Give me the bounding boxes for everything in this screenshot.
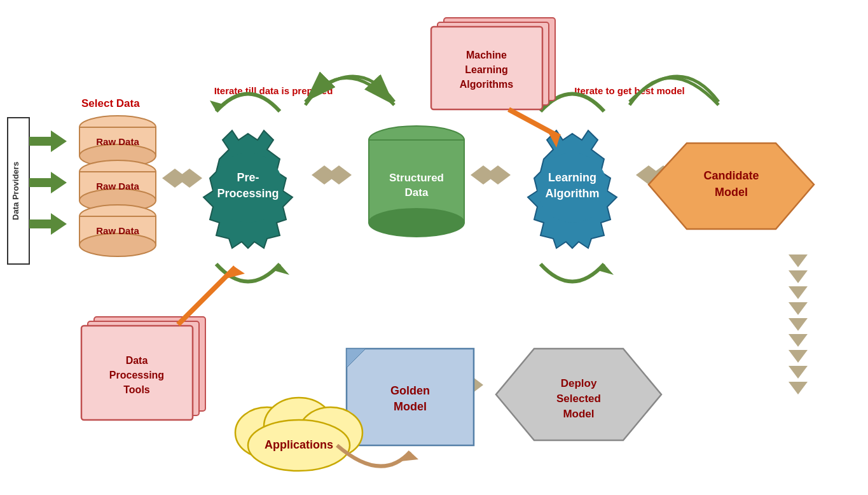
svg-text:Learning: Learning [548, 171, 596, 184]
down-chevron-9 [789, 382, 808, 394]
svg-text:Processing: Processing [217, 187, 279, 200]
structured-data-bottom [369, 209, 464, 237]
tools-label-1: Data [126, 355, 148, 366]
iterate-data-arrow-back [305, 76, 394, 102]
down-chevron-6 [789, 334, 808, 347]
raw-data-label-1: Raw Data [96, 136, 139, 147]
golden-model-label-2: Model [394, 400, 427, 413]
chevron-3b [485, 165, 511, 185]
orange-arrow-ml [509, 109, 560, 137]
select-data-label: Select Data [81, 97, 140, 109]
tools-label-2: Processing [109, 370, 164, 380]
data-providers-label: Data Providers [11, 162, 20, 220]
main-svg: Data Providers Raw Data Raw Data Raw Dat… [0, 0, 868, 495]
learn-bottom-arrow [541, 264, 604, 282]
golden-model-label-1: Golden [390, 384, 430, 397]
applications-label: Applications [265, 438, 333, 451]
deploy-label-2: Selected [556, 393, 601, 405]
structured-data-label-1: Structured [389, 172, 444, 184]
down-chevron-8 [789, 366, 808, 379]
down-chevron-1 [789, 254, 808, 267]
ml-label-2: Learning [465, 64, 508, 75]
chevron-1b [177, 169, 202, 188]
candidate-model-label-2: Model [715, 186, 748, 199]
learning-algorithm-gear: Learning Algorithm [528, 130, 617, 248]
deploy-label-1: Deploy [561, 377, 597, 389]
pre-processing-gear: Pre- Processing [203, 130, 293, 248]
diagram-canvas: Data Providers Raw Data Raw Data Raw Dat… [0, 0, 868, 495]
iterate-model-label: Iterate to get best model [574, 85, 684, 96]
svg-text:Algorithm: Algorithm [546, 187, 600, 200]
chevron-2b [326, 165, 352, 185]
tools-label-3: Tools [123, 384, 150, 395]
raw-data-label-3: Raw Data [96, 225, 139, 236]
orange-arrow-tools [178, 267, 235, 324]
golden-model-body [347, 349, 474, 445]
ml-label-3: Algorithms [460, 79, 514, 90]
green-arrow-2 [29, 172, 67, 193]
applications-cloud: Applications [235, 398, 362, 471]
green-arrow-3 [29, 213, 67, 235]
raw-data-label-2: Raw Data [96, 181, 139, 192]
ml-label-1: Machine [466, 50, 507, 60]
green-arrow-1 [29, 130, 67, 152]
candidate-model-label-1: Candidate [703, 169, 759, 182]
raw-data-cylinder-3-bottom [79, 234, 156, 256]
down-chevron-5 [789, 318, 808, 331]
deploy-label-3: Model [563, 408, 594, 420]
down-chevron-3 [789, 286, 808, 299]
preproc-top-arrow [216, 94, 280, 112]
down-chevron-4 [789, 302, 808, 315]
down-chevron-7 [789, 350, 808, 363]
down-chevron-2 [789, 270, 808, 283]
structured-data-label-2: Data [405, 186, 429, 199]
svg-text:Pre-: Pre- [237, 171, 259, 184]
